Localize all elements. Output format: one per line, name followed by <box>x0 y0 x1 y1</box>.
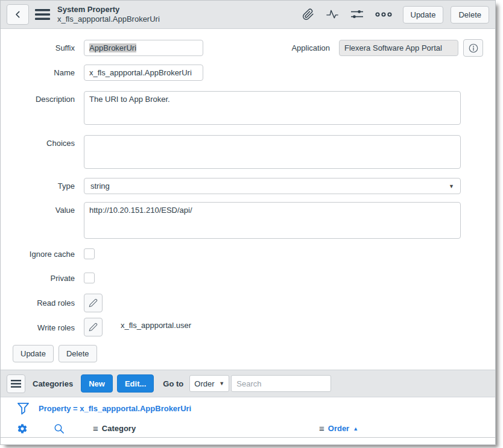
page-title-block: System Property x_fls_appportal.AppBroke… <box>57 5 160 24</box>
pencil-icon <box>89 298 98 308</box>
related-list-header: Categories New Edit... Go to Order ▼ <box>1 370 495 397</box>
filter-breadcrumb[interactable]: Property = x_fls_appportal.AppBrokerUri <box>39 404 191 413</box>
page-subtitle: x_fls_appportal.AppBrokerUri <box>57 14 160 24</box>
header-delete-button[interactable]: Delete <box>451 6 489 24</box>
list-search-input[interactable] <box>231 375 331 392</box>
gear-icon[interactable] <box>17 423 28 434</box>
suffix-selected-text: AppBrokerUri <box>89 43 136 52</box>
read-roles-label: Read roles <box>4 298 75 308</box>
search-icon[interactable] <box>54 423 65 434</box>
write-roles-label: Write roles <box>4 323 75 332</box>
dropdown-arrow-icon: ▼ <box>449 183 454 189</box>
edit-button[interactable]: Edit... <box>117 374 154 393</box>
suffix-input[interactable]: AppBrokerUri <box>84 40 203 56</box>
back-button[interactable] <box>7 4 29 25</box>
private-checkbox[interactable] <box>84 273 95 283</box>
ignore-cache-checkbox[interactable] <box>84 248 95 259</box>
list-column-headers: ≡ Category ≡ Order ▲ <box>1 420 495 438</box>
name-input[interactable] <box>84 65 203 81</box>
header-icons <box>302 8 397 21</box>
pencil-icon <box>89 323 98 332</box>
goto-select[interactable]: Order ▼ <box>189 375 229 392</box>
description-label: Description <box>4 95 75 104</box>
ignore-cache-label: Ignore cache <box>4 250 75 259</box>
private-label: Private <box>4 274 75 283</box>
app-window: System Property x_fls_appportal.AppBroke… <box>0 0 496 445</box>
write-roles-edit-button[interactable] <box>84 318 103 336</box>
new-button[interactable]: New <box>81 374 113 393</box>
more-options-icon[interactable] <box>375 11 392 18</box>
filter-funnel-icon[interactable] <box>17 402 30 416</box>
value-label: Value <box>4 206 75 215</box>
value-textarea[interactable]: http://10.20.151.210/ESD/api/ <box>84 202 461 239</box>
choices-label: Choices <box>4 139 75 148</box>
column-menu-icon[interactable]: ≡ <box>319 423 324 434</box>
related-list-title: Categories <box>33 379 73 388</box>
type-select[interactable]: string ▼ <box>84 178 461 194</box>
sort-ascending-icon: ▲ <box>353 426 358 432</box>
application-label: Application <box>291 43 330 52</box>
name-label: Name <box>4 68 75 77</box>
form-delete-button[interactable]: Delete <box>59 345 97 362</box>
form-context-menu-icon[interactable] <box>35 9 50 20</box>
goto-selected-value: Order <box>194 379 214 388</box>
column-header-category[interactable]: ≡ Category <box>93 423 319 434</box>
sliders-icon[interactable] <box>350 8 364 21</box>
form-update-button[interactable]: Update <box>13 345 54 362</box>
type-label: Type <box>4 181 75 191</box>
choices-textarea[interactable] <box>84 135 461 169</box>
type-selected-value: string <box>90 181 110 191</box>
paperclip-icon[interactable] <box>302 8 314 21</box>
suffix-label: Suffix <box>4 43 75 52</box>
column-header-order[interactable]: ≡ Order ▲ <box>319 423 358 434</box>
page-title: System Property <box>57 5 160 14</box>
description-textarea[interactable]: The URI to App Broker. <box>84 91 461 125</box>
list-context-menu-button[interactable] <box>7 374 25 393</box>
goto-label: Go to <box>163 379 183 388</box>
column-menu-icon[interactable]: ≡ <box>93 423 98 434</box>
application-info-button[interactable] <box>463 39 483 57</box>
dropdown-arrow-icon: ▼ <box>219 380 224 386</box>
info-icon <box>468 43 479 54</box>
hamburger-icon <box>11 380 21 388</box>
write-roles-value: x_fls_appportal.user <box>121 321 191 330</box>
chevron-left-icon <box>13 10 23 19</box>
filter-row: Property = x_fls_appportal.AppBrokerUri <box>1 397 495 420</box>
activity-icon[interactable] <box>326 8 339 21</box>
application-field[interactable]: Flexera Software App Portal <box>339 40 458 56</box>
header-bar: System Property x_fls_appportal.AppBroke… <box>1 1 495 29</box>
record-form: Suffix AppBrokerUri Application Flexera … <box>1 29 495 362</box>
read-roles-edit-button[interactable] <box>84 294 103 312</box>
header-update-button[interactable]: Update <box>403 6 444 24</box>
